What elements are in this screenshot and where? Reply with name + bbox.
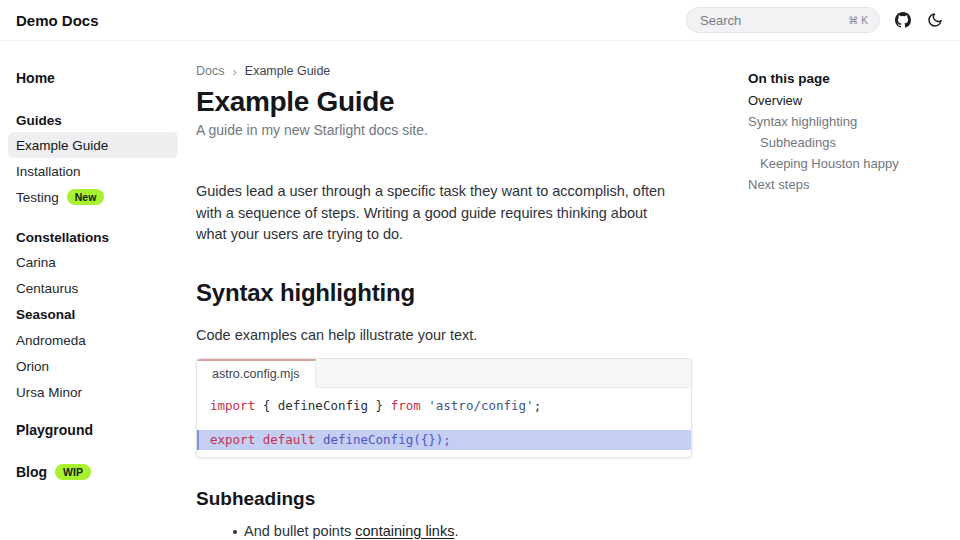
chevron-right-icon: › xyxy=(232,64,236,79)
section-intro-text: Code examples can help illustrate your t… xyxy=(196,325,702,346)
sidebar-item-label: Orion xyxy=(16,359,49,374)
sidebar-group-constellations: Constellations xyxy=(8,227,178,247)
page-title: Example Guide xyxy=(196,85,702,119)
toc-title: On this page xyxy=(748,68,960,88)
sidebar-group-constellations-items: Carina Centaurus Seasonal Andromeda Orio… xyxy=(8,249,178,405)
sidebar-item-playground[interactable]: Playground xyxy=(8,420,178,440)
code-line-1: import { defineConfig } from 'astro/conf… xyxy=(197,396,691,416)
sidebar-item-carina[interactable]: Carina xyxy=(8,249,178,275)
breadcrumb: Docs › Example Guide xyxy=(196,63,702,79)
sidebar-group-guides-items: Example Guide Installation Testing New xyxy=(8,132,178,210)
sidebar-item-centaurus[interactable]: Centaurus xyxy=(8,275,178,301)
shortcut-key: K xyxy=(861,15,869,26)
code-tab-astro-config[interactable]: astro.config.mjs xyxy=(197,359,316,388)
code-token-keyword: from xyxy=(391,398,421,413)
code-token-plain: ; xyxy=(534,398,542,413)
new-badge: New xyxy=(67,189,105,206)
sidebar-item-label: Installation xyxy=(16,164,81,179)
sidebar-item-example-guide[interactable]: Example Guide xyxy=(8,132,178,158)
code-line-3-highlighted: export default defineConfig({}); xyxy=(197,430,691,450)
sidebar-item-label: Testing xyxy=(16,190,59,205)
bullet-text-suffix: . xyxy=(454,523,458,539)
sidebar-item-blog[interactable]: Blog WIP xyxy=(8,462,178,482)
site-header: Demo Docs Search ⌘ K xyxy=(0,0,960,41)
site-title[interactable]: Demo Docs xyxy=(16,12,99,29)
subsection-heading-subheadings: Subheadings xyxy=(196,486,702,512)
code-token-function: defineConfig({}); xyxy=(315,432,450,447)
sidebar-item-installation[interactable]: Installation xyxy=(8,158,178,184)
toc-item-overview[interactable]: Overview xyxy=(748,90,960,111)
toc-item-syntax-highlighting[interactable]: Syntax highlighting xyxy=(748,111,960,132)
sidebar-item-seasonal[interactable]: Seasonal xyxy=(8,301,178,327)
sidebar-item-label: Carina xyxy=(16,255,56,270)
section-heading-syntax-highlighting: Syntax highlighting xyxy=(196,278,702,308)
command-key-icon: ⌘ xyxy=(848,15,859,26)
page-layout: Home Guides Example Guide Installation T… xyxy=(0,41,960,540)
sidebar-item-testing[interactable]: Testing New xyxy=(8,184,178,210)
code-token-keyword: export default xyxy=(210,432,315,447)
github-icon[interactable] xyxy=(894,11,912,29)
code-tab-bar: astro.config.mjs xyxy=(197,359,691,388)
code-line-2 xyxy=(197,416,691,430)
sidebar-item-label: Centaurus xyxy=(16,281,78,296)
bullet-text: And bullet points xyxy=(244,523,355,539)
toc-item-keeping-houston-happy[interactable]: Keeping Houston happy xyxy=(748,153,960,174)
code-token-keyword: import xyxy=(210,398,255,413)
containing-links-link[interactable]: containing links xyxy=(355,523,454,539)
toc-list: Overview Syntax highlighting Subheadings… xyxy=(748,90,960,195)
sidebar-item-label: Andromeda xyxy=(16,333,86,348)
code-block: astro.config.mjs import { defineConfig }… xyxy=(196,358,692,458)
sidebar-item-home[interactable]: Home xyxy=(8,68,178,88)
toc-item-subheadings[interactable]: Subheadings xyxy=(748,132,960,153)
sidebar-item-label: Ursa Minor xyxy=(16,385,82,400)
breadcrumb-docs[interactable]: Docs xyxy=(196,64,224,78)
page-subtitle: A guide in my new Starlight docs site. xyxy=(196,120,702,140)
sidebar-item-andromeda[interactable]: Andromeda xyxy=(8,327,178,353)
sidebar-item-label: Blog xyxy=(16,464,47,480)
table-of-contents: On this page Overview Syntax highlightin… xyxy=(722,41,960,540)
main-content: Docs › Example Guide Example Guide A gui… xyxy=(186,41,722,540)
breadcrumb-current: Example Guide xyxy=(245,64,330,78)
sidebar-item-label: Example Guide xyxy=(16,138,108,153)
list-item: And bullet points containing links. xyxy=(196,521,702,540)
code-body: import { defineConfig } from 'astro/conf… xyxy=(197,388,691,457)
bullet-list: And bullet points containing links. xyxy=(196,521,702,540)
theme-toggle-moon-icon[interactable] xyxy=(926,11,944,29)
wip-badge: WIP xyxy=(55,464,91,481)
search-shortcut: ⌘ K xyxy=(848,15,869,26)
code-token-plain: { defineConfig } xyxy=(255,398,390,413)
toc-item-next-steps[interactable]: Next steps xyxy=(748,174,960,195)
sidebar-group-guides: Guides xyxy=(8,110,178,130)
code-token-string: 'astro/config' xyxy=(428,398,533,413)
sidebar-item-ursa-minor[interactable]: Ursa Minor xyxy=(8,379,178,405)
intro-paragraph: Guides lead a user through a specific ta… xyxy=(196,181,676,246)
sidebar-item-label: Seasonal xyxy=(16,307,75,322)
search-placeholder: Search xyxy=(700,13,741,28)
search-input[interactable]: Search ⌘ K xyxy=(686,7,880,33)
sidebar-item-orion[interactable]: Orion xyxy=(8,353,178,379)
header-actions: Search ⌘ K xyxy=(686,7,944,33)
sidebar-nav: Home Guides Example Guide Installation T… xyxy=(0,41,186,540)
